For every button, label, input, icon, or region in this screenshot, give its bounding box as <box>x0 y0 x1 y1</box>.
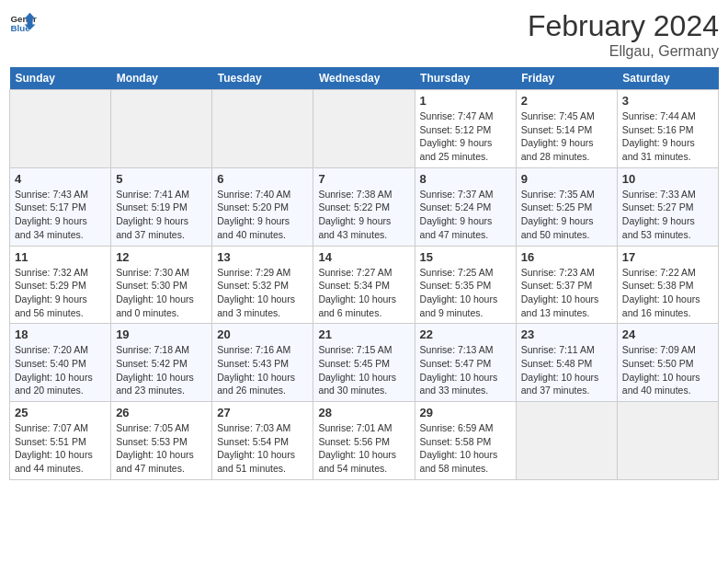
sunrise: Sunrise: 7:25 AM <box>420 267 494 278</box>
daylight: Daylight: 10 hours and 54 minutes. <box>318 449 396 474</box>
calendar-cell-4-1: 26Sunrise: 7:05 AMSunset: 5:53 PMDayligh… <box>111 402 212 480</box>
sunset: Sunset: 5:37 PM <box>521 280 593 291</box>
day-info: Sunrise: 7:05 AMSunset: 5:53 PMDaylight:… <box>116 421 207 476</box>
calendar-title: February 2024 <box>528 9 719 43</box>
day-info: Sunrise: 7:20 AMSunset: 5:40 PMDaylight:… <box>15 343 106 397</box>
calendar-cell-0-2 <box>212 90 313 168</box>
daylight: Daylight: 10 hours and 16 minutes. <box>622 293 700 318</box>
sunset: Sunset: 5:24 PM <box>420 201 492 213</box>
sunset: Sunset: 5:58 PM <box>420 436 492 447</box>
sunset: Sunset: 5:20 PM <box>217 201 289 213</box>
daylight: Daylight: 9 hours and 37 minutes. <box>116 215 188 240</box>
sunrise: Sunrise: 7:37 AM <box>420 189 494 200</box>
header-monday: Monday <box>111 67 212 90</box>
daylight: Daylight: 10 hours and 51 minutes. <box>217 449 295 474</box>
sunrise: Sunrise: 7:15 AM <box>318 344 392 355</box>
header-tuesday: Tuesday <box>212 67 313 90</box>
day-info: Sunrise: 7:03 AMSunset: 5:54 PMDaylight:… <box>217 421 308 476</box>
calendar-cell-1-6: 10Sunrise: 7:33 AMSunset: 5:27 PMDayligh… <box>617 167 718 246</box>
calendar-cell-1-4: 8Sunrise: 7:37 AMSunset: 5:24 PMDaylight… <box>415 167 516 246</box>
calendar-cell-4-0: 25Sunrise: 7:07 AMSunset: 5:51 PMDayligh… <box>10 402 111 480</box>
sunrise: Sunrise: 7:40 AM <box>217 189 290 200</box>
title-block: February 2024 Ellgau, Germany <box>528 9 719 60</box>
header-friday: Friday <box>516 67 617 90</box>
calendar-cell-3-5: 23Sunrise: 7:11 AMSunset: 5:48 PMDayligh… <box>516 324 617 402</box>
day-number: 21 <box>318 327 409 341</box>
day-info: Sunrise: 7:01 AMSunset: 5:56 PMDaylight:… <box>318 421 409 476</box>
sunrise: Sunrise: 7:30 AM <box>116 267 189 278</box>
calendar-cell-2-2: 13Sunrise: 7:29 AMSunset: 5:32 PMDayligh… <box>212 246 313 324</box>
header-row: Sunday Monday Tuesday Wednesday Thursday… <box>10 67 719 90</box>
sunset: Sunset: 5:25 PM <box>521 201 593 213</box>
sunrise: Sunrise: 7:11 AM <box>521 344 595 355</box>
sunset: Sunset: 5:27 PM <box>622 201 694 213</box>
daylight: Daylight: 10 hours and 37 minutes. <box>521 372 599 396</box>
day-info: Sunrise: 7:45 AMSunset: 5:14 PMDaylight:… <box>521 109 612 164</box>
calendar-cell-1-1: 5Sunrise: 7:41 AMSunset: 5:19 PMDaylight… <box>111 167 212 246</box>
calendar-cell-1-2: 6Sunrise: 7:40 AMSunset: 5:20 PMDaylight… <box>212 167 313 246</box>
sunrise: Sunrise: 7:07 AM <box>15 422 88 433</box>
sunrise: Sunrise: 7:01 AM <box>318 422 392 433</box>
daylight: Daylight: 10 hours and 6 minutes. <box>318 293 396 318</box>
daylight: Daylight: 10 hours and 3 minutes. <box>217 293 295 318</box>
day-number: 13 <box>217 250 308 264</box>
sunset: Sunset: 5:47 PM <box>420 358 492 369</box>
daylight: Daylight: 9 hours and 40 minutes. <box>217 215 290 240</box>
calendar-cell-4-4: 29Sunrise: 6:59 AMSunset: 5:58 PMDayligh… <box>415 402 516 480</box>
day-number: 9 <box>521 172 612 186</box>
calendar-cell-3-1: 19Sunrise: 7:18 AMSunset: 5:42 PMDayligh… <box>111 324 212 402</box>
calendar-cell-0-0 <box>10 90 111 168</box>
day-info: Sunrise: 7:07 AMSunset: 5:51 PMDaylight:… <box>15 421 106 476</box>
day-number: 22 <box>420 327 511 341</box>
sunrise: Sunrise: 7:29 AM <box>217 267 290 278</box>
calendar-cell-1-3: 7Sunrise: 7:38 AMSunset: 5:22 PMDaylight… <box>313 167 415 246</box>
sunset: Sunset: 5:14 PM <box>521 124 593 135</box>
day-number: 5 <box>116 172 207 186</box>
sunrise: Sunrise: 7:03 AM <box>217 422 290 433</box>
calendar-cell-4-5 <box>516 402 617 480</box>
calendar-cell-0-5: 2Sunrise: 7:45 AMSunset: 5:14 PMDaylight… <box>516 90 617 168</box>
day-info: Sunrise: 7:33 AMSunset: 5:27 PMDaylight:… <box>622 188 713 242</box>
daylight: Daylight: 10 hours and 58 minutes. <box>420 449 498 474</box>
day-number: 29 <box>420 406 511 419</box>
calendar-cell-4-6 <box>617 402 718 480</box>
day-number: 23 <box>521 327 612 341</box>
day-number: 15 <box>420 250 511 264</box>
day-number: 14 <box>318 250 409 264</box>
sunset: Sunset: 5:34 PM <box>318 280 390 291</box>
calendar-week-2: 11Sunrise: 7:32 AMSunset: 5:29 PMDayligh… <box>10 246 719 324</box>
header-saturday: Saturday <box>617 67 718 90</box>
sunrise: Sunrise: 7:22 AM <box>622 267 696 278</box>
daylight: Daylight: 10 hours and 13 minutes. <box>521 293 599 318</box>
sunset: Sunset: 5:56 PM <box>318 436 390 447</box>
day-info: Sunrise: 7:23 AMSunset: 5:37 PMDaylight:… <box>521 266 612 320</box>
calendar-week-3: 18Sunrise: 7:20 AMSunset: 5:40 PMDayligh… <box>10 324 719 402</box>
calendar-cell-3-6: 24Sunrise: 7:09 AMSunset: 5:50 PMDayligh… <box>617 324 718 402</box>
day-info: Sunrise: 7:41 AMSunset: 5:19 PMDaylight:… <box>116 188 207 242</box>
day-number: 16 <box>521 250 612 264</box>
day-info: Sunrise: 7:44 AMSunset: 5:16 PMDaylight:… <box>622 109 713 164</box>
calendar-subtitle: Ellgau, Germany <box>528 43 719 60</box>
calendar-cell-0-4: 1Sunrise: 7:47 AMSunset: 5:12 PMDaylight… <box>415 90 516 168</box>
sunset: Sunset: 5:30 PM <box>116 280 188 291</box>
logo-icon: General Blue <box>9 9 37 37</box>
daylight: Daylight: 9 hours and 53 minutes. <box>622 215 695 240</box>
daylight: Daylight: 9 hours and 28 minutes. <box>521 137 594 162</box>
sunset: Sunset: 5:43 PM <box>217 358 289 369</box>
daylight: Daylight: 9 hours and 56 minutes. <box>15 293 87 318</box>
header-thursday: Thursday <box>415 67 516 90</box>
calendar-cell-0-1 <box>111 90 212 168</box>
calendar-cell-0-3 <box>313 90 415 168</box>
day-info: Sunrise: 7:22 AMSunset: 5:38 PMDaylight:… <box>622 266 713 320</box>
day-number: 6 <box>217 172 308 186</box>
sunrise: Sunrise: 7:33 AM <box>622 189 696 200</box>
calendar-cell-2-6: 17Sunrise: 7:22 AMSunset: 5:38 PMDayligh… <box>617 246 718 324</box>
sunset: Sunset: 5:38 PM <box>622 280 694 291</box>
sunrise: Sunrise: 7:18 AM <box>116 344 189 355</box>
day-info: Sunrise: 7:25 AMSunset: 5:35 PMDaylight:… <box>420 266 511 320</box>
daylight: Daylight: 10 hours and 9 minutes. <box>420 293 498 318</box>
daylight: Daylight: 10 hours and 44 minutes. <box>15 449 93 474</box>
day-info: Sunrise: 7:43 AMSunset: 5:17 PMDaylight:… <box>15 188 106 242</box>
sunrise: Sunrise: 7:41 AM <box>116 189 189 200</box>
day-info: Sunrise: 7:32 AMSunset: 5:29 PMDaylight:… <box>15 266 106 320</box>
